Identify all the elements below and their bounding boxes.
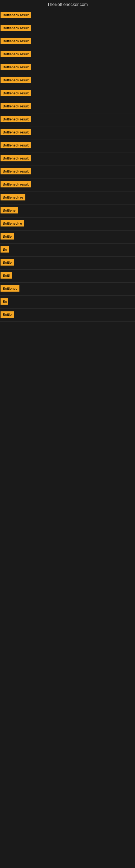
bottleneck-result-badge[interactable]: Bottleneck re — [1, 194, 26, 200]
bottleneck-result-badge[interactable]: Bottleneck result — [1, 38, 31, 44]
bottleneck-result-badge[interactable]: Bottleneck result — [1, 51, 31, 57]
bottleneck-result-badge[interactable]: Bottle — [1, 233, 14, 240]
bottleneck-result-badge[interactable]: Bottleneck result — [1, 142, 31, 148]
bottleneck-result-badge[interactable]: Bottlene — [1, 207, 18, 214]
site-title: TheBottlenecker.com — [0, 0, 135, 9]
list-item: Bottle — [0, 309, 135, 322]
list-item: Bottleneck result — [0, 22, 135, 35]
bottleneck-result-badge[interactable]: Bottleneck result — [1, 64, 31, 70]
bottleneck-result-badge[interactable]: Bo — [1, 299, 8, 305]
list-item: Bottleneck result — [0, 87, 135, 100]
site-title-text: TheBottlenecker.com — [47, 2, 88, 7]
bottleneck-result-badge[interactable]: Bottleneck result — [1, 168, 31, 175]
list-item: Bottlenec — [0, 283, 135, 296]
list-item: Bottleneck result — [0, 35, 135, 48]
list-item: Bottleneck result — [0, 61, 135, 74]
list-item: Bottleneck result — [0, 165, 135, 179]
bottleneck-result-badge[interactable]: Bottlenec — [1, 285, 19, 291]
bottleneck-result-badge[interactable]: Bottleneck result — [1, 103, 31, 109]
list-item: Bo — [0, 296, 135, 309]
bottleneck-result-badge[interactable]: Bottleneck result — [1, 12, 31, 18]
bottleneck-result-badge[interactable]: Bo — [1, 246, 9, 252]
bottleneck-result-badge[interactable]: Bottleneck e — [1, 220, 24, 226]
bottleneck-result-badge[interactable]: Bottleneck result — [1, 25, 31, 31]
list-item: Bottleneck result — [0, 140, 135, 152]
bottleneck-result-badge[interactable]: Bottleneck result — [1, 129, 31, 135]
rows-container: Bottleneck resultBottleneck resultBottle… — [0, 9, 135, 322]
list-item: Bottleneck result — [0, 152, 135, 165]
bottleneck-result-badge[interactable]: Bottleneck result — [1, 116, 31, 122]
list-item: Bo — [0, 244, 135, 257]
bottleneck-result-badge[interactable]: Bottle — [1, 259, 14, 266]
bottleneck-result-badge[interactable]: Bottleneck result — [1, 77, 31, 83]
list-item: Bottleneck result — [0, 179, 135, 191]
list-item: Bottlene — [0, 205, 135, 218]
list-item: Bottleneck result — [0, 48, 135, 61]
list-item: Bottleneck e — [0, 218, 135, 230]
bottleneck-result-badge[interactable]: Bottl — [1, 272, 12, 279]
bottleneck-result-badge[interactable]: Bottleneck result — [1, 155, 31, 161]
list-item: Bottleneck result — [0, 126, 135, 140]
list-item: Bottle — [0, 257, 135, 270]
bottleneck-result-badge[interactable]: Bottleneck result — [1, 90, 31, 96]
list-item: Bottl — [0, 270, 135, 283]
bottleneck-result-badge[interactable]: Bottle — [1, 311, 14, 318]
list-item: Bottleneck result — [0, 74, 135, 87]
list-item: Bottle — [0, 230, 135, 244]
list-item: Bottleneck result — [0, 100, 135, 113]
list-item: Bottleneck re — [0, 191, 135, 205]
list-item: Bottleneck result — [0, 113, 135, 126]
list-item: Bottleneck result — [0, 9, 135, 22]
bottleneck-result-badge[interactable]: Bottleneck result — [1, 181, 31, 187]
